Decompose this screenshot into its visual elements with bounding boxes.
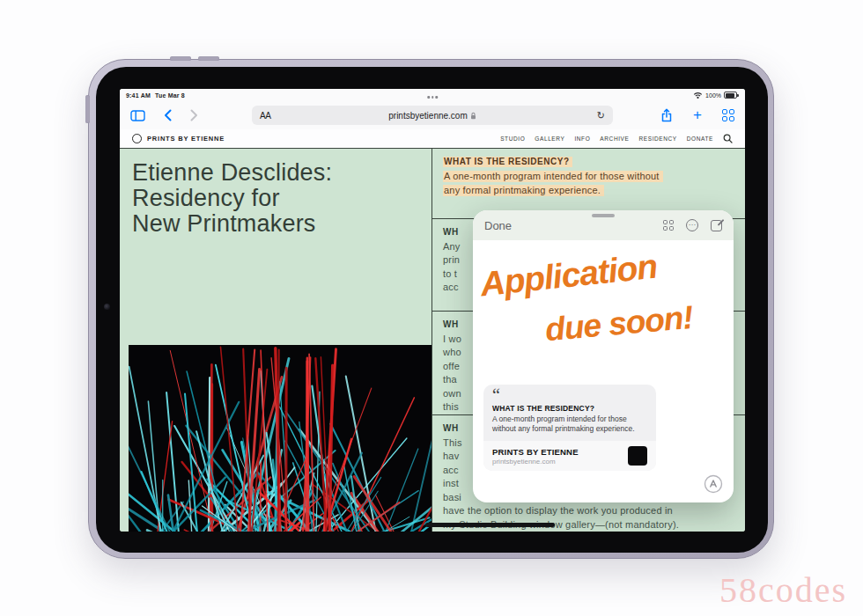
site-nav: STUDIO GALLERY INFO ARCHIVE RESIDENCY DO… — [500, 134, 733, 143]
site-header: PRINTS BY ETIENNE STUDIO GALLERY INFO AR… — [120, 129, 745, 148]
page-title: Etienne Desclides: Residency for New Pri… — [132, 160, 432, 237]
status-right: 100% — [693, 92, 737, 99]
watermark: 58codes — [719, 569, 847, 611]
wifi-icon — [693, 92, 703, 99]
faq-answer-line: hav — [443, 451, 459, 461]
compose-icon[interactable] — [711, 220, 722, 231]
faq-answer-line: This — [443, 437, 462, 448]
article-column: Etienne Desclides: Residency for New Pri… — [120, 149, 432, 532]
nav-item-studio[interactable]: STUDIO — [500, 136, 525, 142]
faq-answer-line: who — [443, 347, 461, 357]
brand-name: PRINTS BY ETIENNE — [147, 135, 225, 143]
nav-item-gallery[interactable]: GALLERY — [535, 136, 564, 142]
faq-answer-line: A one-month program intended for those w… — [443, 171, 663, 182]
faq-answer-line: offe — [443, 361, 460, 371]
logo-circle-icon — [132, 134, 142, 143]
faq-answer-line: Any — [443, 241, 461, 252]
ipad-device: 9:41 AMTue Mar 8 100% — [88, 59, 774, 559]
notes-grid-icon[interactable] — [663, 220, 674, 231]
nav-item-info[interactable]: INFO — [574, 136, 590, 142]
nav-item-archive[interactable]: ARCHIVE — [600, 136, 629, 142]
title-line: Residency for — [132, 185, 280, 211]
faq-answer-line: acc — [443, 465, 459, 475]
faq-answer: A one-month program intended for those w… — [443, 170, 734, 197]
faq-answer-line: prin — [443, 254, 460, 265]
faq-answer-line: I wo — [443, 334, 461, 344]
scribble-tool-button[interactable] — [704, 474, 723, 494]
quick-note-panel: Done ⋯ Application due soon! “ WHAT IS T… — [473, 210, 734, 502]
quote-source-url: printsbyetienne.com — [492, 458, 628, 466]
quote-source-title: PRINTS BY ETIENNE — [492, 447, 628, 457]
forward-icon[interactable] — [190, 109, 198, 121]
status-bar: 9:41 AMTue Mar 8 100% — [120, 89, 745, 101]
front-camera-icon — [104, 304, 110, 310]
quote-thumbnail — [628, 446, 647, 466]
quote-source: PRINTS BY ETIENNE printsbyetienne.com — [483, 441, 656, 471]
tabs-icon[interactable] — [722, 109, 734, 121]
faq-answer-line: inst — [443, 478, 459, 488]
faq-answer-line: this — [443, 401, 459, 412]
faq-answer-line: acc — [443, 282, 459, 292]
faq-answer-line: basi — [443, 492, 461, 502]
nav-item-residency[interactable]: RESIDENCY — [638, 136, 676, 142]
done-button[interactable]: Done — [484, 219, 512, 232]
faq-answer-line: own — [443, 388, 461, 399]
more-options-icon[interactable]: ⋯ — [686, 219, 698, 231]
sidebar-icon[interactable] — [130, 110, 145, 121]
title-line: New Printmakers — [132, 210, 316, 237]
new-tab-icon[interactable]: + — [693, 111, 702, 120]
date-text: Tue Mar 8 — [155, 92, 185, 99]
volume-down-button[interactable] — [198, 56, 219, 61]
lock-icon — [470, 112, 476, 120]
faq-answer-line: have the option to display the work you … — [443, 505, 673, 516]
faq-item: WHAT IS THE RESIDENCY? A one-month progr… — [432, 149, 745, 219]
back-icon[interactable] — [164, 109, 172, 121]
status-time: 9:41 AMTue Mar 8 — [126, 92, 185, 99]
note-drag-handle[interactable] — [592, 214, 615, 217]
quote-heading: WHAT IS THE RESIDENCY? — [492, 404, 647, 413]
clock-text: 9:41 AM — [126, 92, 151, 99]
screen-bezel: 9:41 AMTue Mar 8 100% — [96, 67, 768, 553]
quoted-link-card[interactable]: “ WHAT IS THE RESIDENCY? A one-month pro… — [483, 385, 656, 471]
volume-up-button[interactable] — [170, 56, 191, 61]
home-indicator[interactable] — [425, 523, 555, 527]
url-text: printsbyetienne.com — [252, 111, 613, 121]
battery-percent: 100% — [705, 92, 721, 99]
photo-canvas: 9:41 AMTue Mar 8 100% — [0, 0, 863, 616]
handwritten-text: Application — [478, 247, 659, 304]
nav-item-donate[interactable]: DONATE — [687, 136, 713, 142]
print-artwork — [129, 345, 432, 532]
faq-answer-line: to t — [443, 268, 457, 279]
safari-toolbar: 9:41 AMTue Mar 8 100% — [120, 89, 745, 129]
multitasking-indicator[interactable] — [427, 96, 438, 99]
address-bar[interactable]: AA printsbyetienne.com ↻ — [252, 106, 613, 125]
url-value: printsbyetienne.com — [388, 111, 468, 121]
browser-toolbar: AA printsbyetienne.com ↻ + — [120, 101, 745, 129]
screen: 9:41 AMTue Mar 8 100% — [120, 89, 745, 532]
faq-answer-line: tha — [443, 374, 457, 385]
faq-answer-line: any formal printmaking experience. — [443, 185, 604, 196]
quote-body: A one-month program intended for those w… — [492, 414, 647, 434]
share-icon[interactable] — [660, 108, 673, 122]
search-icon[interactable] — [723, 134, 733, 143]
quote-icon: “ — [492, 391, 647, 400]
site-logo[interactable]: PRINTS BY ETIENNE — [132, 134, 225, 143]
power-button[interactable] — [85, 95, 90, 123]
handwritten-text: due soon! — [543, 299, 694, 348]
title-line: Etienne Desclides: — [132, 159, 332, 186]
faq-question: WHAT IS THE RESIDENCY? — [443, 157, 734, 166]
battery-icon — [724, 92, 737, 99]
